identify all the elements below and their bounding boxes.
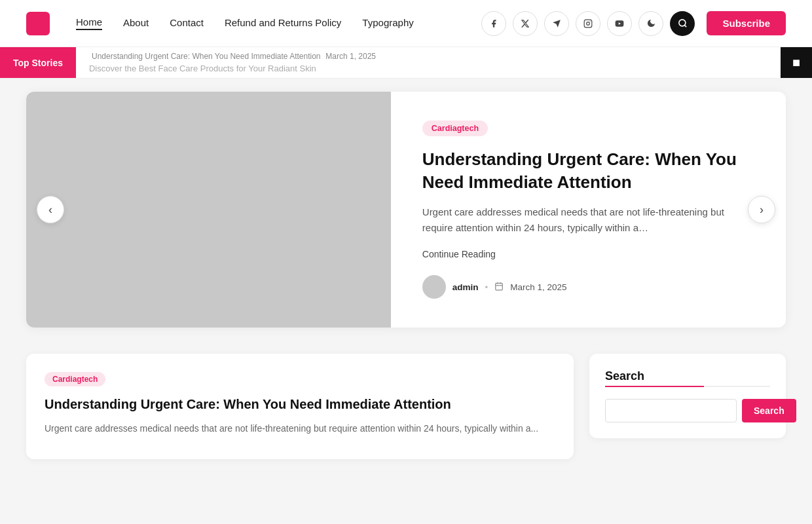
svg-rect-0 <box>585 20 593 28</box>
ticker-item-1: Understanding Urgent Care: When You Need… <box>89 50 376 63</box>
search-button[interactable]: Search <box>742 399 796 422</box>
subscribe-button[interactable]: Subscribe <box>707 11 786 35</box>
youtube-icon[interactable] <box>607 11 632 36</box>
featured-article-date: March 1, 2025 <box>510 282 566 292</box>
ticker-item-2: Discover the Best Face Care Products for… <box>89 63 376 75</box>
nav-item-home[interactable]: Home <box>76 16 102 30</box>
svg-line-4 <box>684 25 686 27</box>
sidebar: Search Search <box>589 354 786 438</box>
slider-next-button[interactable]: › <box>748 196 775 223</box>
top-stories-label: Top Stories <box>0 47 76 78</box>
article-card-title: Understanding Urgent Care: When You Need… <box>45 396 555 413</box>
header-search-button[interactable] <box>670 11 695 36</box>
slider-prev-button[interactable]: ‹ <box>37 196 64 223</box>
featured-article-excerpt: Urgent care addresses medical needs that… <box>422 204 754 236</box>
featured-slider: ‹ Cardiagtech Understanding Urgent Care:… <box>26 92 786 328</box>
twitter-x-icon[interactable] <box>513 11 538 36</box>
top-stories-navigation: ■ <box>781 47 812 78</box>
article-card-category[interactable]: Cardiagtech <box>45 372 105 386</box>
top-stories-nav-button[interactable]: ■ <box>781 47 812 78</box>
svg-point-1 <box>587 22 590 25</box>
svg-point-3 <box>679 20 686 26</box>
search-widget-title: Search <box>605 369 770 383</box>
instagram-icon[interactable] <box>576 11 600 36</box>
slider-image <box>26 92 391 328</box>
author-name: admin <box>452 282 479 292</box>
telegram-icon[interactable] <box>544 11 569 36</box>
calendar-icon <box>494 282 504 293</box>
author-avatar <box>422 275 446 299</box>
main-content: ‹ Cardiagtech Understanding Urgent Care:… <box>0 79 812 485</box>
main-nav: Home About Contact Refund and Returns Po… <box>76 16 481 30</box>
bottom-section: Cardiagtech Understanding Urgent Care: W… <box>0 341 812 485</box>
site-logo[interactable] <box>26 12 50 35</box>
nav-item-typography[interactable]: Typography <box>362 17 413 29</box>
site-header: Home About Contact Refund and Returns Po… <box>0 0 812 47</box>
featured-slider-wrapper: ‹ Cardiagtech Understanding Urgent Care:… <box>0 79 812 341</box>
slider-image-placeholder <box>26 92 391 328</box>
search-widget: Search Search <box>589 354 786 438</box>
top-stories-bar: Top Stories Understanding Urgent Care: W… <box>0 47 812 79</box>
slider-content: Cardiagtech Understanding Urgent Care: W… <box>391 92 786 328</box>
article-card-excerpt: Urgent care addresses medical needs that… <box>45 421 555 436</box>
svg-point-2 <box>590 21 591 22</box>
featured-category-badge[interactable]: Cardiagtech <box>422 121 488 136</box>
featured-article-title: Understanding Urgent Care: When You Need… <box>422 148 754 194</box>
search-form: Search <box>605 399 770 422</box>
article-card: Cardiagtech Understanding Urgent Care: W… <box>26 354 574 459</box>
continue-reading-link[interactable]: Continue Reading <box>422 249 754 259</box>
nav-item-about[interactable]: About <box>123 17 149 29</box>
meta-dot: • <box>485 282 489 292</box>
ticker-inner: Understanding Urgent Care: When You Need… <box>89 47 376 78</box>
facebook-icon[interactable] <box>481 11 506 36</box>
svg-rect-5 <box>496 283 503 290</box>
search-input[interactable] <box>605 399 737 422</box>
featured-article-meta: admin • March 1, 2025 <box>422 275 754 299</box>
nav-item-refund[interactable]: Refund and Returns Policy <box>225 17 341 29</box>
header-right: Subscribe <box>481 11 786 36</box>
theme-toggle-button[interactable] <box>638 11 663 36</box>
nav-item-contact[interactable]: Contact <box>170 17 204 29</box>
search-divider <box>605 386 770 387</box>
top-stories-ticker: Understanding Urgent Care: When You Need… <box>76 47 781 78</box>
